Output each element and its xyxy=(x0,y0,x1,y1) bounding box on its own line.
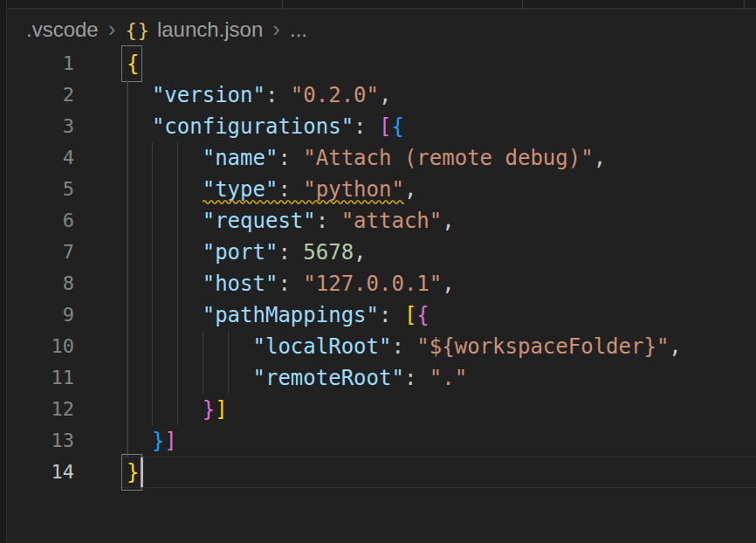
indent-guide xyxy=(152,142,154,174)
code-token: ] xyxy=(215,397,227,422)
breadcrumb-item[interactable]: .vscode xyxy=(26,17,99,42)
code-token: : xyxy=(278,146,303,170)
code-token xyxy=(127,83,152,107)
code-token: "0.2.0" xyxy=(291,83,379,107)
code-token: : xyxy=(404,366,430,390)
chevron-right-icon: › xyxy=(272,17,280,43)
indent-guide xyxy=(127,268,128,299)
code-line-content: }] xyxy=(120,425,756,457)
code-token: , xyxy=(669,334,681,359)
code-token: "${workspaceFolder}" xyxy=(416,334,669,359)
breadcrumb-item[interactable]: ... xyxy=(290,17,307,42)
line-number[interactable]: 2 xyxy=(22,79,74,111)
indent-guide xyxy=(152,362,154,394)
line-number[interactable]: 12 xyxy=(22,394,74,425)
line-number[interactable]: 1 xyxy=(22,48,74,79)
code-token xyxy=(127,177,203,202)
code-line-content: }] xyxy=(120,394,756,425)
code-token xyxy=(127,209,203,233)
breadcrumb-item[interactable]: {}launch.json xyxy=(125,17,263,42)
code-token: { xyxy=(391,114,403,139)
code-token: "pathMappings" xyxy=(203,303,379,327)
line-number[interactable]: 5 xyxy=(22,174,74,205)
indent-guide xyxy=(127,205,128,237)
indent-guide xyxy=(127,142,128,174)
indent-guide xyxy=(127,362,128,394)
code-line-content: "pathMappings": [{ xyxy=(120,299,756,331)
code-line[interactable]: 3 "configurations": [{ xyxy=(8,111,756,142)
code-token: "request" xyxy=(203,209,316,233)
code-token: "version" xyxy=(152,83,265,107)
code-line[interactable]: 1{ xyxy=(8,48,756,79)
code-line[interactable]: 14} xyxy=(8,457,756,488)
code-token: : xyxy=(391,334,416,359)
line-number[interactable]: 9 xyxy=(22,299,74,331)
code-token: "host" xyxy=(203,272,278,296)
code-token: "type" xyxy=(203,177,278,202)
tab-bar[interactable] xyxy=(0,0,756,10)
code-token: : xyxy=(379,303,404,327)
code-line[interactable]: 13 }] xyxy=(8,425,756,457)
code-line[interactable]: 6 "request": "attach", xyxy=(8,205,756,237)
code-line[interactable]: 9 "pathMappings": [{ xyxy=(8,299,756,331)
code-token xyxy=(127,366,253,390)
line-number[interactable]: 10 xyxy=(22,331,74,362)
code-line[interactable]: 2 "version": "0.2.0", xyxy=(8,79,756,111)
code-line[interactable]: 5 "type": "python", xyxy=(8,174,756,205)
line-number[interactable]: 7 xyxy=(22,237,74,268)
code-line-content: "request": "attach", xyxy=(120,205,756,237)
code-line[interactable]: 8 "host": "127.0.0.1", xyxy=(8,268,756,299)
indent-guide xyxy=(127,425,128,457)
code-token: [ xyxy=(379,114,391,139)
line-number[interactable]: 4 xyxy=(22,142,74,174)
line-number[interactable]: 14 xyxy=(22,457,74,488)
indent-guide xyxy=(152,268,154,299)
code-token: , xyxy=(442,209,454,233)
code-line[interactable]: 7 "port": 5678, xyxy=(8,237,756,268)
code-token: , xyxy=(379,83,391,107)
code-token: } xyxy=(203,397,215,422)
code-line[interactable]: 10 "localRoot": "${workspaceFolder}", xyxy=(8,331,756,362)
indent-guide xyxy=(152,299,154,331)
indent-guide xyxy=(203,362,204,394)
code-token: : xyxy=(265,83,291,107)
code-token: : xyxy=(354,114,379,139)
code-token xyxy=(127,429,152,453)
indent-guide xyxy=(127,174,128,205)
code-editor[interactable]: 1{2 "version": "0.2.0",3 "configurations… xyxy=(8,48,756,543)
code-token: "localRoot" xyxy=(253,334,392,359)
line-number[interactable]: 11 xyxy=(22,362,74,394)
line-number[interactable]: 13 xyxy=(22,425,74,457)
code-token xyxy=(127,334,253,359)
breadcrumb-item-label: launch.json xyxy=(157,17,263,42)
indent-guide xyxy=(177,142,179,174)
code-token: [ xyxy=(404,303,416,327)
code-token: : xyxy=(316,209,341,233)
text-cursor xyxy=(141,457,144,487)
code-token: "127.0.0.1" xyxy=(303,272,442,296)
indent-guide xyxy=(127,331,128,362)
indent-guide xyxy=(127,299,128,331)
code-token: "." xyxy=(430,366,467,390)
chevron-right-icon: › xyxy=(108,17,116,43)
indent-guide xyxy=(177,299,179,331)
code-token: , xyxy=(404,177,416,202)
code-line[interactable]: 4 "name": "Attach (remote debug)", xyxy=(8,142,756,174)
code-token xyxy=(127,397,203,422)
indent-guide xyxy=(177,268,179,299)
code-line[interactable]: 11 "remoteRoot": "." xyxy=(8,362,756,394)
code-line-content: "host": "127.0.0.1", xyxy=(120,268,756,299)
line-number[interactable]: 6 xyxy=(22,205,74,237)
code-line-content: "name": "Attach (remote debug)", xyxy=(120,142,756,174)
code-line[interactable]: 12 }] xyxy=(8,394,756,425)
indent-guide xyxy=(152,237,154,268)
indent-guide xyxy=(152,331,154,362)
code-token: 5678 xyxy=(303,240,354,265)
breadcrumb-item-label: ... xyxy=(290,17,307,42)
code-line-content: "remoteRoot": "." xyxy=(120,362,756,394)
tab-divider xyxy=(282,0,283,10)
code-token xyxy=(127,146,203,170)
line-number[interactable]: 8 xyxy=(22,268,74,299)
line-number[interactable]: 3 xyxy=(22,111,74,142)
indent-guide xyxy=(177,331,179,362)
